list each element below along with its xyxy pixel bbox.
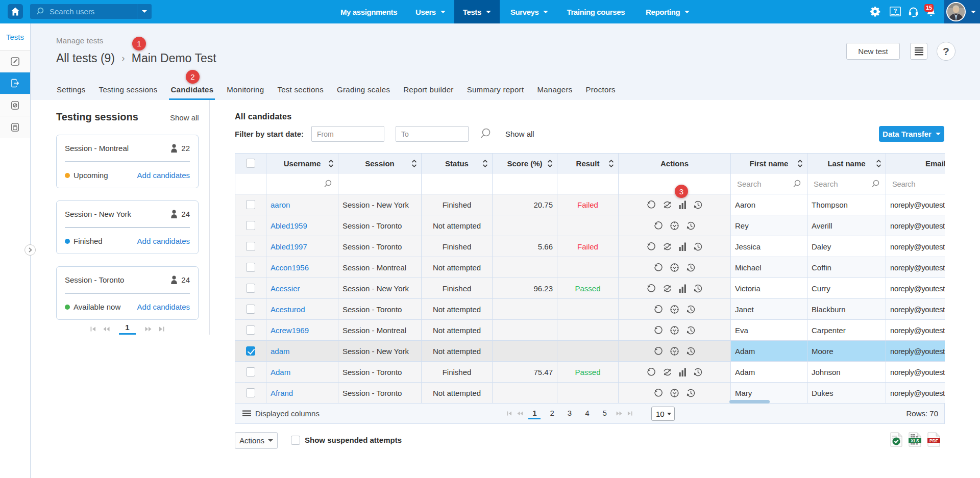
svg-text:PDF: PDF (929, 438, 938, 443)
svg-text:?: ? (894, 8, 897, 14)
svg-text:XLS: XLS (911, 438, 919, 443)
